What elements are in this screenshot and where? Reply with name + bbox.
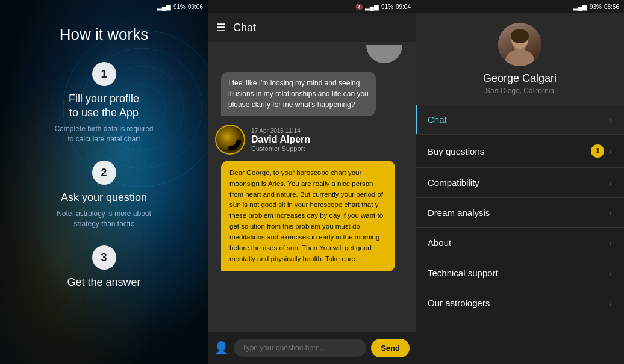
chat-toolbar: ☰ Chat bbox=[208, 13, 416, 42]
step-2-number: 2 bbox=[92, 161, 116, 185]
signal-icon-3: ▂▄▆ bbox=[573, 4, 587, 10]
menu-label-about: About bbox=[428, 238, 451, 248]
menu-item-compatibility[interactable]: Compatibility › bbox=[416, 168, 624, 198]
chat-input-field[interactable] bbox=[234, 339, 366, 357]
profile-avatar bbox=[498, 23, 541, 66]
step-3: 3 Get the answer bbox=[49, 245, 158, 293]
screen-how-it-works: ▂▄▆ 91% 09:06 How it works 1 Fill your p… bbox=[0, 0, 208, 364]
chevron-icon-astrologers: › bbox=[609, 298, 612, 308]
time-2: 09:04 bbox=[396, 4, 411, 10]
chat-title: Chat bbox=[233, 22, 256, 34]
agent-header: 17 Apr 2016 11:14 David Alpern Customer … bbox=[215, 125, 408, 155]
hamburger-icon[interactable]: ☰ bbox=[216, 21, 226, 34]
navigation-menu: Chat › Buy questions 1 › Compatibility ›… bbox=[416, 105, 624, 364]
status-bar: ▂▄▆ 91% 09:06 bbox=[0, 0, 208, 13]
menu-label-our-astrologers: Our astrologers bbox=[428, 298, 490, 308]
badge-buy-questions: 1 bbox=[591, 144, 604, 158]
chevron-icon-dream: › bbox=[609, 208, 612, 218]
menu-label-chat: Chat bbox=[428, 114, 447, 125]
agent-info: 17 Apr 2016 11:14 David Alpern Customer … bbox=[251, 128, 310, 152]
agent-role: Customer Support bbox=[251, 145, 310, 152]
step-1-subtitle: Complete birth data is requiredto calcul… bbox=[54, 124, 153, 144]
step-3-title: Get the answer bbox=[67, 276, 140, 289]
page-title: How it works bbox=[60, 25, 148, 44]
menu-label-buy-questions: Buy questions bbox=[428, 146, 484, 156]
how-it-works-content: How it works 1 Fill your profileto use t… bbox=[0, 13, 208, 310]
messages-list: I feel like I'm loosing my mind and seei… bbox=[208, 42, 416, 332]
agent-avatar bbox=[215, 125, 245, 155]
chevron-icon-compatibility: › bbox=[609, 178, 612, 188]
status-bar-2: 🔇 ▂▄▆ 91% 09:04 bbox=[208, 0, 416, 13]
partial-image bbox=[366, 45, 402, 63]
time-3: 08:56 bbox=[604, 4, 619, 10]
chat-input-bar: 👤 Send bbox=[208, 332, 416, 364]
battery-level: 91% bbox=[173, 4, 186, 10]
user-icon: 👤 bbox=[214, 341, 229, 355]
menu-item-buy-questions[interactable]: Buy questions 1 › bbox=[416, 135, 624, 168]
menu-label-dream-analysis: Dream analysis bbox=[428, 208, 490, 218]
menu-item-technical-support[interactable]: Technical support › bbox=[416, 258, 624, 288]
menu-item-our-astrologers[interactable]: Our astrologers › bbox=[416, 288, 624, 318]
screen-profile-menu: ▂▄▆ 93% 08:56 George Calgari San-Diego, … bbox=[416, 0, 624, 364]
battery-level-2: 91% bbox=[381, 4, 393, 10]
agent-message: Dear George, to your horoscope chart you… bbox=[221, 161, 395, 271]
mute-icon: 🔇 bbox=[355, 4, 363, 10]
menu-label-compatibility: Compatibility bbox=[428, 177, 479, 188]
signal-icon-2: ▂▄▆ bbox=[365, 4, 379, 10]
battery-level-3: 93% bbox=[590, 4, 602, 10]
status-bar-3: ▂▄▆ 93% 08:56 bbox=[416, 0, 624, 13]
step-2: 2 Ask your question Note, astrology is m… bbox=[39, 161, 169, 229]
profile-name: George Calgari bbox=[483, 72, 557, 85]
menu-item-about[interactable]: About › bbox=[416, 228, 624, 258]
agent-name: David Alpern bbox=[251, 134, 310, 145]
chevron-icon-buy: › bbox=[609, 146, 612, 156]
step-3-number: 3 bbox=[92, 245, 116, 270]
step-1-title: Fill your profileto use the App bbox=[69, 92, 139, 120]
profile-header: George Calgari San-Diego, California bbox=[416, 13, 624, 105]
chevron-icon-support: › bbox=[609, 268, 612, 278]
chevron-icon-chat: › bbox=[609, 115, 612, 125]
screen-chat: 🔇 ▂▄▆ 91% 09:04 ☰ Chat I feel like I'm l… bbox=[208, 0, 416, 364]
agent-timestamp: 17 Apr 2016 11:14 bbox=[251, 128, 310, 134]
menu-item-chat[interactable]: Chat › bbox=[416, 105, 624, 135]
chevron-icon-about: › bbox=[609, 238, 612, 248]
menu-label-technical-support: Technical support bbox=[428, 268, 498, 278]
step-1-number: 1 bbox=[92, 62, 116, 86]
time: 09:06 bbox=[188, 4, 203, 10]
signal-icon: ▂▄▆ bbox=[157, 4, 171, 10]
user-message: I feel like I'm loosing my mind and seei… bbox=[221, 72, 376, 116]
step-2-subtitle: Note, astrology is more aboutstrategy th… bbox=[57, 209, 151, 229]
profile-location: San-Diego, California bbox=[485, 87, 554, 95]
send-button[interactable]: Send bbox=[371, 339, 410, 357]
menu-item-dream-analysis[interactable]: Dream analysis › bbox=[416, 198, 624, 228]
step-1: 1 Fill your profileto use the App Comple… bbox=[36, 62, 171, 144]
step-2-title: Ask your question bbox=[61, 191, 147, 205]
